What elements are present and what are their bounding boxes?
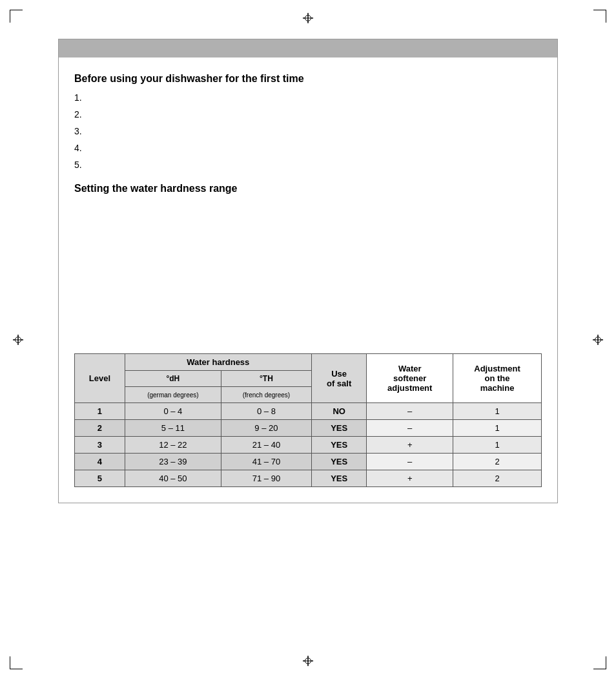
cell-dh-3: 23 – 39 (125, 454, 221, 470)
dh-label: °dH (166, 374, 180, 383)
th-th-sub: (french degrees) (221, 387, 312, 403)
list-num-5: 5. (74, 160, 82, 170)
cell-level-2: 3 (75, 437, 125, 454)
th-label: °TH (260, 374, 273, 383)
corner-mark-top-left (10, 10, 23, 23)
cell-level-1: 2 (75, 420, 125, 437)
th-sub-label: (french degrees) (243, 392, 290, 399)
th-th: °TH (221, 371, 312, 387)
corner-mark-bottom-left (10, 656, 23, 669)
list-num-1: 1. (74, 92, 82, 103)
dh-sub-label: (german degrees) (147, 392, 198, 399)
cell-softener-4: + (367, 470, 453, 487)
list-item-1: 1. (74, 92, 542, 103)
corner-mark-top-right (593, 10, 606, 23)
table-container: Level Water hardness Use of salt Water s… (74, 353, 542, 487)
section2-title: Setting the water hardness range (74, 183, 542, 194)
crosshair-left-middle (13, 335, 23, 345)
cell-th-4: 71 – 90 (221, 470, 312, 487)
cell-adjustment-2: 1 (453, 437, 542, 454)
cell-dh-0: 0 – 4 (125, 403, 221, 420)
cell-th-3: 41 – 70 (221, 454, 312, 470)
cell-use-salt-0: NO (311, 403, 367, 420)
cell-adjustment-3: 2 (453, 454, 542, 470)
crosshair-bottom-center (303, 656, 313, 666)
cell-use-salt-4: YES (311, 470, 367, 487)
corner-mark-bottom-right (593, 656, 606, 669)
cell-th-1: 9 – 20 (221, 420, 312, 437)
use-salt-line2: of salt (327, 379, 351, 388)
water-softener-line1: Water (398, 364, 422, 373)
list-num-4: 4. (74, 143, 82, 153)
content-spacer (74, 205, 542, 334)
water-hardness-table: Level Water hardness Use of salt Water s… (74, 353, 542, 487)
list-item-5: 5. (74, 160, 542, 170)
content-box: Before using your dishwasher for the fir… (58, 39, 558, 503)
cell-adjustment-1: 1 (453, 420, 542, 437)
table-body: 1 0 – 4 0 – 8 NO – 1 2 5 – 11 9 – 20 YES… (75, 403, 542, 487)
cell-dh-2: 12 – 22 (125, 437, 221, 454)
header-bar (59, 39, 557, 57)
water-softener-line2: softener (393, 373, 426, 383)
cell-use-salt-1: YES (311, 420, 367, 437)
cell-dh-1: 5 – 11 (125, 420, 221, 437)
page: Before using your dishwasher for the fir… (0, 0, 616, 679)
th-water-softener: Water softener adjustment (367, 354, 453, 403)
cell-dh-4: 40 – 50 (125, 470, 221, 487)
cell-adjustment-4: 2 (453, 470, 542, 487)
list-num-2: 2. (74, 109, 82, 120)
cell-softener-0: – (367, 403, 453, 420)
use-salt-line1: Use (331, 369, 347, 379)
list-num-3: 3. (74, 126, 82, 136)
th-dh: °dH (125, 371, 221, 387)
th-use-salt: Use of salt (311, 354, 367, 403)
cell-level-0: 1 (75, 403, 125, 420)
crosshair-top-center (303, 13, 313, 23)
th-dh-sub: (german degrees) (125, 387, 221, 403)
list-item-4: 4. (74, 143, 542, 153)
cell-th-2: 21 – 40 (221, 437, 312, 454)
list-item-2: 2. (74, 109, 542, 120)
content-inner: Before using your dishwasher for the fir… (59, 57, 557, 503)
cell-softener-3: – (367, 454, 453, 470)
cell-level-4: 5 (75, 470, 125, 487)
cell-level-3: 4 (75, 454, 125, 470)
numbered-list: 1. 2. 3. 4. 5. (74, 92, 542, 170)
water-softener-line3: adjustment (387, 383, 432, 393)
th-water-hardness: Water hardness (125, 354, 311, 371)
th-adjustment: Adjustmenton themachine (453, 354, 542, 403)
th-level: Level (75, 354, 125, 403)
cell-use-salt-2: YES (311, 437, 367, 454)
cell-softener-1: – (367, 420, 453, 437)
section1-title: Before using your dishwasher for the fir… (74, 73, 542, 85)
cell-use-salt-3: YES (311, 454, 367, 470)
cell-th-0: 0 – 8 (221, 403, 312, 420)
list-item-3: 3. (74, 126, 542, 136)
cell-adjustment-0: 1 (453, 403, 542, 420)
crosshair-right-middle (593, 335, 603, 345)
cell-softener-2: + (367, 437, 453, 454)
